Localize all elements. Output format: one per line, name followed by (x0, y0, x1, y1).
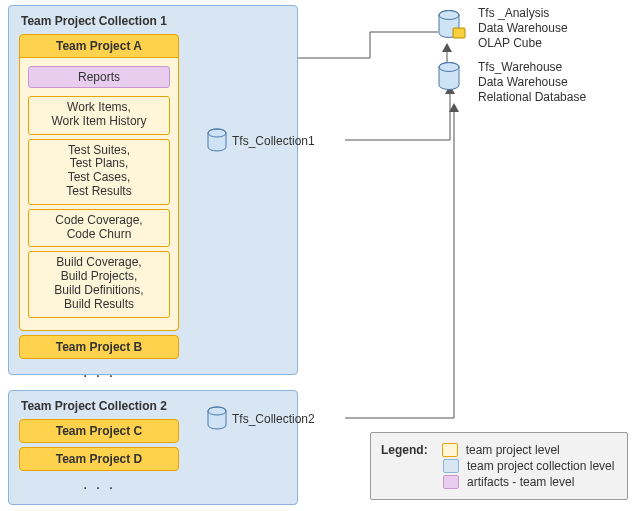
project-c: Team Project C (19, 419, 179, 443)
project-c-title: Team Project C (20, 420, 178, 442)
db-icon-collection2 (206, 406, 228, 435)
db-label-collection2: Tfs_Collection2 (232, 412, 315, 427)
project-a-title: Team Project A (20, 35, 178, 57)
project-b: Team Project B (19, 335, 179, 359)
legend-item-2: artifacts - team level (467, 475, 574, 489)
databox-code: Code Coverage,Code Churn (28, 209, 170, 248)
legend-item-1: team project collection level (467, 459, 614, 473)
databox-build: Build Coverage,Build Projects,Build Defi… (28, 251, 170, 317)
project-d: Team Project D (19, 447, 179, 471)
project-d-title: Team Project D (20, 448, 178, 470)
collection-2: Team Project Collection 2 Team Project C… (8, 390, 298, 505)
collection-2-ellipsis: . . . (19, 475, 179, 495)
collection-1-title: Team Project Collection 1 (21, 14, 287, 28)
legend-swatch-0 (442, 443, 458, 457)
project-a-body: Reports Work Items,Work Item History Tes… (20, 57, 178, 330)
databox-tests: Test Suites,Test Plans,Test Cases,Test R… (28, 139, 170, 205)
legend-swatch-1 (443, 459, 459, 473)
project-a: Team Project A Reports Work Items,Work I… (19, 34, 179, 331)
legend-title: Legend: (381, 443, 428, 457)
legend: Legend: team project level team project … (370, 432, 628, 500)
db-icon-collection1 (206, 128, 228, 157)
project-b-title: Team Project B (20, 336, 178, 358)
db-label-warehouse: Tfs_WarehouseData WarehouseRelational Da… (478, 60, 586, 105)
legend-swatch-2 (443, 475, 459, 489)
db-label-collection1: Tfs_Collection1 (232, 134, 315, 149)
svg-rect-6 (453, 28, 465, 38)
collection-2-title: Team Project Collection 2 (21, 399, 287, 413)
databox-work-items: Work Items,Work Item History (28, 96, 170, 135)
db-icon-analysis (437, 10, 467, 49)
collection-1: Team Project Collection 1 Team Project A… (8, 5, 298, 375)
collection-1-ellipsis: . . . (19, 363, 179, 383)
db-label-analysis: Tfs _AnalysisData WarehouseOLAP Cube (478, 6, 568, 51)
legend-item-0: team project level (466, 443, 560, 457)
artifact-reports: Reports (28, 66, 170, 88)
db-icon-warehouse (437, 62, 463, 97)
